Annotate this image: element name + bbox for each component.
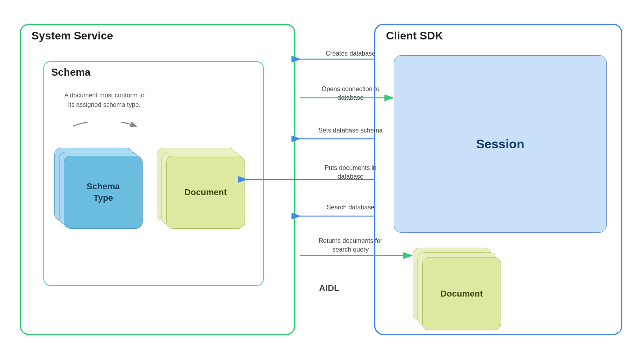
- doc-schema-label: Document: [184, 187, 227, 198]
- arrow-label-puts-documents: Puts documents indatabase: [311, 164, 390, 181]
- schema-label: Schema: [51, 66, 91, 78]
- arrow-label-opens-connection: Opens connection todatabase: [311, 85, 390, 103]
- doc-client-label: Document: [440, 289, 483, 299]
- session-card: Session: [394, 55, 607, 233]
- aidl-label: AIDL: [319, 283, 339, 293]
- doc-schema-card-front: Document: [166, 156, 245, 229]
- system-service-label: System Service: [32, 30, 113, 42]
- diagram-container: System Service Schema A document must co…: [0, 0, 644, 362]
- client-sdk-label: Client SDK: [386, 30, 443, 42]
- schema-curve-arrow-svg: [61, 122, 148, 146]
- arrow-label-creates-database: Creates database: [311, 49, 390, 58]
- arrow-label-returns-documents: Returns documents forsearch query: [311, 237, 390, 254]
- session-label: Session: [476, 137, 525, 151]
- schema-type-label: SchemaType: [87, 181, 120, 203]
- arrow-label-sets-schema: Sets database schema: [311, 126, 390, 135]
- arrow-label-search-database: Search database: [311, 203, 390, 212]
- schema-type-card-front: SchemaType: [64, 156, 143, 229]
- schema-description: A document must conform to its assigned …: [61, 91, 148, 110]
- doc-client-card-front: Document: [422, 257, 501, 330]
